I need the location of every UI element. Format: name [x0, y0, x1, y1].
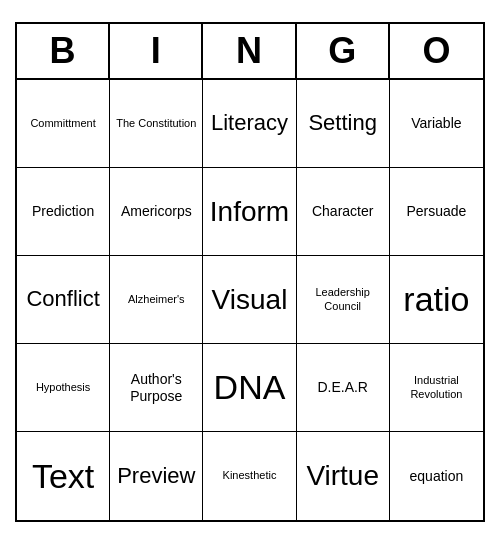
- bingo-cell-20: Text: [17, 432, 110, 520]
- cell-text-12: Visual: [212, 283, 288, 317]
- header-letter-g: G: [297, 24, 390, 78]
- bingo-cell-16: Author's Purpose: [110, 344, 203, 432]
- cell-text-18: D.E.A.R: [317, 379, 368, 396]
- cell-text-1: The Constitution: [116, 117, 196, 130]
- bingo-card: BINGO CommittmentThe ConstitutionLiterac…: [15, 22, 485, 522]
- cell-text-3: Setting: [308, 110, 377, 136]
- bingo-cell-2: Literacy: [203, 80, 296, 168]
- bingo-cell-13: Leadership Council: [297, 256, 390, 344]
- cell-text-17: DNA: [214, 367, 286, 408]
- cell-text-19: Industrial Revolution: [394, 374, 479, 400]
- header-letter-b: B: [17, 24, 110, 78]
- bingo-cell-11: Alzheimer's: [110, 256, 203, 344]
- cell-text-8: Character: [312, 203, 373, 220]
- cell-text-11: Alzheimer's: [128, 293, 185, 306]
- bingo-cell-6: Americorps: [110, 168, 203, 256]
- cell-text-20: Text: [32, 456, 94, 497]
- bingo-cell-23: Virtue: [297, 432, 390, 520]
- header-letter-o: O: [390, 24, 483, 78]
- cell-text-14: ratio: [403, 279, 469, 320]
- bingo-cell-19: Industrial Revolution: [390, 344, 483, 432]
- cell-text-4: Variable: [411, 115, 461, 132]
- cell-text-0: Committment: [30, 117, 95, 130]
- cell-text-22: Kinesthetic: [223, 469, 277, 482]
- cell-text-9: Persuade: [406, 203, 466, 220]
- header-letter-n: N: [203, 24, 296, 78]
- bingo-cell-21: Preview: [110, 432, 203, 520]
- cell-text-10: Conflict: [26, 286, 99, 312]
- bingo-cell-22: Kinesthetic: [203, 432, 296, 520]
- bingo-cell-5: Prediction: [17, 168, 110, 256]
- bingo-cell-17: DNA: [203, 344, 296, 432]
- bingo-header: BINGO: [17, 24, 483, 80]
- bingo-cell-4: Variable: [390, 80, 483, 168]
- cell-text-7: Inform: [210, 195, 289, 229]
- bingo-cell-14: ratio: [390, 256, 483, 344]
- cell-text-16: Author's Purpose: [114, 371, 198, 405]
- bingo-cell-15: Hypothesis: [17, 344, 110, 432]
- cell-text-13: Leadership Council: [301, 286, 385, 312]
- bingo-cell-18: D.E.A.R: [297, 344, 390, 432]
- cell-text-24: equation: [410, 468, 464, 485]
- cell-text-15: Hypothesis: [36, 381, 90, 394]
- cell-text-21: Preview: [117, 463, 195, 489]
- bingo-cell-9: Persuade: [390, 168, 483, 256]
- bingo-cell-8: Character: [297, 168, 390, 256]
- header-letter-i: I: [110, 24, 203, 78]
- bingo-cell-0: Committment: [17, 80, 110, 168]
- bingo-cell-3: Setting: [297, 80, 390, 168]
- bingo-cell-24: equation: [390, 432, 483, 520]
- cell-text-23: Virtue: [306, 459, 379, 493]
- bingo-grid: CommittmentThe ConstitutionLiteracySetti…: [17, 80, 483, 520]
- bingo-cell-1: The Constitution: [110, 80, 203, 168]
- bingo-cell-12: Visual: [203, 256, 296, 344]
- bingo-cell-7: Inform: [203, 168, 296, 256]
- cell-text-6: Americorps: [121, 203, 192, 220]
- cell-text-5: Prediction: [32, 203, 94, 220]
- cell-text-2: Literacy: [211, 110, 288, 136]
- bingo-cell-10: Conflict: [17, 256, 110, 344]
